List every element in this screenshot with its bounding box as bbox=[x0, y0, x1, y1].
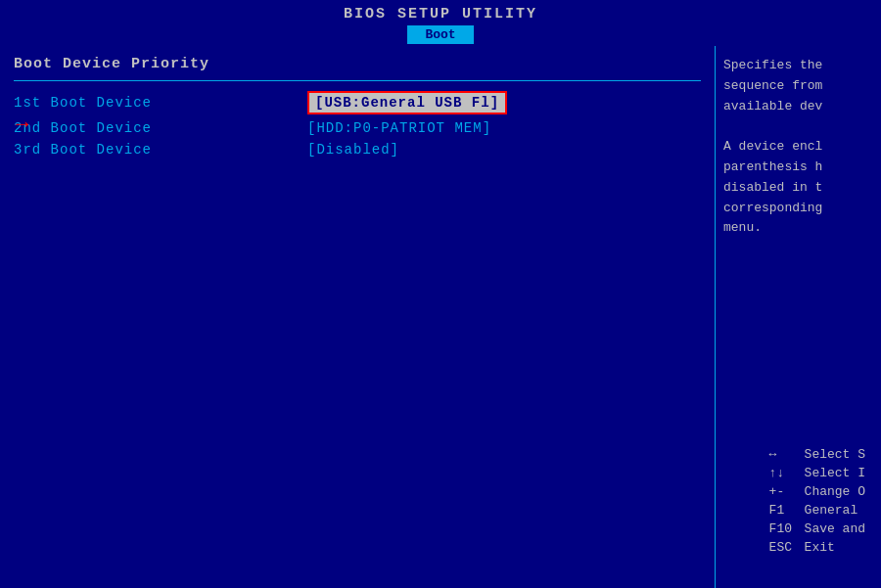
header: BIOS SETUP UTILITY Boot bbox=[0, 0, 881, 46]
key-hint-row: ↔ Select S bbox=[769, 447, 865, 462]
help-line-3: available dev bbox=[723, 97, 873, 117]
help-line-6: disabled in t bbox=[723, 178, 873, 199]
key-desc: Select I bbox=[805, 466, 865, 480]
help-line-4: A device encl bbox=[723, 137, 873, 158]
tab-boot[interactable]: Boot bbox=[407, 25, 473, 44]
help-line-5: parenthesis h bbox=[723, 158, 873, 178]
main-area: Boot Device Priority → 1st Boot Device [… bbox=[0, 46, 881, 588]
key-hint-row: F10 Save and bbox=[769, 521, 865, 536]
boot-items-list: 1st Boot Device [USB:General USB Fl] 2nd… bbox=[14, 91, 701, 158]
table-row[interactable]: 2nd Boot Device [HDD:P0-PATRIOT MEM] bbox=[14, 120, 701, 136]
boot-item-value-1[interactable]: [USB:General USB Fl] bbox=[307, 91, 507, 114]
arrow-indicator: → bbox=[16, 113, 28, 137]
key-hint-row: ↑↓ Select I bbox=[769, 466, 865, 480]
key-desc: Exit bbox=[805, 540, 835, 555]
boot-item-value-2[interactable]: [HDD:P0-PATRIOT MEM] bbox=[307, 120, 491, 136]
key-desc: Change O bbox=[805, 484, 865, 499]
bios-title: BIOS SETUP UTILITY bbox=[0, 6, 881, 23]
key-symbol: F10 bbox=[769, 521, 799, 536]
boot-item-label-3: 3rd Boot Device bbox=[14, 142, 307, 158]
red-arrow-icon: → bbox=[16, 113, 28, 137]
left-panel: Boot Device Priority → 1st Boot Device [… bbox=[0, 46, 715, 588]
key-hints: ↔ Select S ↑↓ Select I +- Change O F1 Ge… bbox=[769, 447, 865, 559]
boot-item-label-2: 2nd Boot Device bbox=[14, 120, 307, 136]
help-line-7: corresponding bbox=[723, 199, 873, 219]
section-title: Boot Device Priority bbox=[14, 56, 701, 72]
bios-screen: BIOS SETUP UTILITY Boot Boot Device Prio… bbox=[0, 0, 881, 588]
divider bbox=[14, 80, 701, 81]
table-row[interactable]: 1st Boot Device [USB:General USB Fl] bbox=[14, 91, 701, 114]
help-text: Specifies the sequence from available de… bbox=[723, 56, 873, 239]
key-hint-row: +- Change O bbox=[769, 484, 865, 499]
right-panel-inner: Specifies the sequence from available de… bbox=[723, 56, 873, 578]
key-hint-row: ESC Exit bbox=[769, 540, 865, 555]
tab-bar: Boot bbox=[0, 25, 881, 44]
key-symbol: ↔ bbox=[769, 447, 799, 462]
key-symbol: F1 bbox=[769, 503, 799, 518]
key-desc: General bbox=[805, 503, 858, 518]
table-row[interactable]: 3rd Boot Device [Disabled] bbox=[14, 142, 701, 158]
help-line-2: sequence from bbox=[723, 76, 873, 97]
help-line-8: menu. bbox=[723, 218, 873, 239]
right-panel: Specifies the sequence from available de… bbox=[715, 46, 881, 588]
key-desc: Save and bbox=[805, 521, 865, 536]
key-symbol: ↑↓ bbox=[769, 466, 799, 480]
key-hint-row: F1 General bbox=[769, 503, 865, 518]
key-symbol: ESC bbox=[769, 540, 799, 555]
help-line-1: Specifies the bbox=[723, 56, 873, 76]
boot-item-label-1: 1st Boot Device bbox=[14, 95, 307, 111]
boot-item-value-3[interactable]: [Disabled] bbox=[307, 142, 399, 158]
key-desc: Select S bbox=[805, 447, 865, 462]
key-symbol: +- bbox=[769, 484, 799, 499]
